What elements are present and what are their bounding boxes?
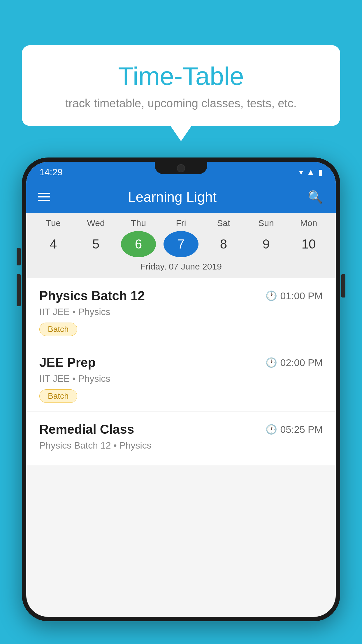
volume-up-button xyxy=(17,248,21,265)
speech-bubble-container: Time-Table track timetable, upcoming cla… xyxy=(22,45,340,126)
status-icons: ▾ ▲ ▮ xyxy=(299,167,323,177)
day-header-sun[interactable]: Sun xyxy=(249,218,284,228)
phone-container: 14:29 ▾ ▲ ▮ Learning Light 🔍 xyxy=(22,158,340,644)
schedule-item-2-header: JEE Prep 🕐 02:00 PM xyxy=(39,355,323,370)
schedule-item-1-time: 🕐 01:00 PM xyxy=(266,290,323,302)
search-icon: 🔍 xyxy=(308,190,323,204)
clock-icon-1: 🕐 xyxy=(266,290,277,301)
day-7-selected[interactable]: 7 xyxy=(164,231,198,257)
speech-bubble-title: Time-Table xyxy=(39,61,323,91)
schedule-item-2-time: 🕐 02:00 PM xyxy=(266,357,323,368)
day-header-mon[interactable]: Mon xyxy=(291,218,326,228)
schedule-item-3-header: Remedial Class 🕐 05:25 PM xyxy=(39,422,323,437)
battery-icon: ▮ xyxy=(318,167,323,177)
schedule-list: Physics Batch 12 🕐 01:00 PM IIT JEE • Ph… xyxy=(26,278,336,465)
phone-notch xyxy=(155,162,207,174)
day-header-fri[interactable]: Fri xyxy=(164,218,198,228)
day-header-tue[interactable]: Tue xyxy=(36,218,71,228)
wifi-icon: ▾ xyxy=(299,167,303,177)
day-9[interactable]: 9 xyxy=(249,231,284,257)
schedule-item-3-title: Remedial Class xyxy=(39,422,134,437)
day-10[interactable]: 10 xyxy=(291,231,326,257)
speech-bubble-subtitle: track timetable, upcoming classes, tests… xyxy=(39,97,323,110)
schedule-item-3[interactable]: Remedial Class 🕐 05:25 PM Physics Batch … xyxy=(26,412,336,465)
phone-screen: 14:29 ▾ ▲ ▮ Learning Light 🔍 xyxy=(26,162,336,617)
search-button[interactable]: 🔍 xyxy=(307,188,324,206)
day-header-wed[interactable]: Wed xyxy=(78,218,113,228)
status-time: 14:29 xyxy=(39,167,63,178)
schedule-item-1-title: Physics Batch 12 xyxy=(39,288,145,303)
day-6-today[interactable]: 6 xyxy=(121,231,156,257)
volume-down-button xyxy=(17,274,21,306)
schedule-item-2-subtitle: IIT JEE • Physics xyxy=(39,373,323,384)
app-bar: Learning Light 🔍 xyxy=(26,181,336,213)
day-numbers: 4 5 6 7 8 9 10 xyxy=(26,228,336,260)
schedule-item-2[interactable]: JEE Prep 🕐 02:00 PM IIT JEE • Physics Ba… xyxy=(26,345,336,412)
calendar-week: Tue Wed Thu Fri Sat Sun Mon 4 5 6 7 8 9 … xyxy=(26,213,336,278)
schedule-item-3-subtitle: Physics Batch 12 • Physics xyxy=(39,440,323,451)
schedule-item-3-time-label: 05:25 PM xyxy=(280,424,323,435)
day-header-thu[interactable]: Thu xyxy=(121,218,156,228)
schedule-item-2-time-label: 02:00 PM xyxy=(280,357,323,368)
schedule-item-1-header: Physics Batch 12 🕐 01:00 PM xyxy=(39,288,323,303)
speech-bubble: Time-Table track timetable, upcoming cla… xyxy=(22,45,340,126)
schedule-item-3-time: 🕐 05:25 PM xyxy=(266,424,323,435)
day-8[interactable]: 8 xyxy=(206,231,241,257)
signal-icon: ▲ xyxy=(307,167,315,177)
clock-icon-3: 🕐 xyxy=(266,424,277,435)
day-5[interactable]: 5 xyxy=(78,231,113,257)
schedule-item-1-batch-tag[interactable]: Batch xyxy=(39,323,77,336)
day-4[interactable]: 4 xyxy=(36,231,71,257)
phone-camera xyxy=(177,164,185,172)
app-title: Learning Light xyxy=(38,189,307,205)
schedule-item-2-title: JEE Prep xyxy=(39,355,96,370)
clock-icon-2: 🕐 xyxy=(266,357,277,368)
selected-date: Friday, 07 June 2019 xyxy=(26,260,336,277)
schedule-item-1-time-label: 01:00 PM xyxy=(280,290,323,302)
day-header-sat[interactable]: Sat xyxy=(206,218,241,228)
phone-frame: 14:29 ▾ ▲ ▮ Learning Light 🔍 xyxy=(22,158,340,621)
schedule-item-1[interactable]: Physics Batch 12 🕐 01:00 PM IIT JEE • Ph… xyxy=(26,278,336,345)
day-headers: Tue Wed Thu Fri Sat Sun Mon xyxy=(26,218,336,228)
schedule-item-1-subtitle: IIT JEE • Physics xyxy=(39,307,323,317)
power-button xyxy=(341,274,345,298)
schedule-item-2-batch-tag[interactable]: Batch xyxy=(39,389,77,403)
